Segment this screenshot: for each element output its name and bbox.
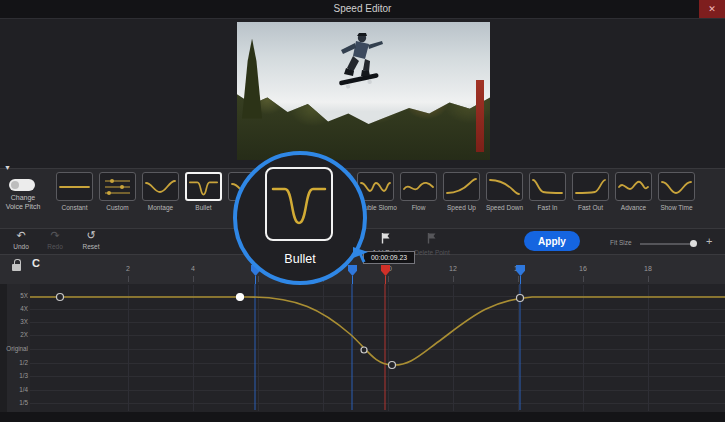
ruler-tickmark <box>648 276 649 282</box>
preset-label: Bullet <box>184 204 223 211</box>
preset-custom[interactable]: Custom <box>98 172 137 211</box>
ruler-tickmark <box>453 276 454 282</box>
ruler-tickmark <box>518 276 519 282</box>
preset-show-time[interactable]: Show Time <box>657 172 696 211</box>
ruler-tickmark <box>193 276 194 282</box>
preset-label: Flow <box>399 204 438 211</box>
preset-fast-out[interactable]: Fast Out <box>571 172 610 211</box>
speed-editor-window: Speed Editor ✕ <box>0 0 725 422</box>
video-frame <box>237 22 490 160</box>
preset-thumbnail[interactable] <box>529 172 566 201</box>
bottom-bar <box>0 412 725 422</box>
preset-thumbnail[interactable] <box>56 172 93 201</box>
preset-thumbnail[interactable] <box>443 172 480 201</box>
add-point-flag-icon <box>380 232 392 244</box>
skateboarder <box>323 30 395 96</box>
delete-point-button[interactable]: Delete Point <box>410 230 454 256</box>
curve-point[interactable] <box>57 294 64 301</box>
keyframe-pin-stem <box>520 276 521 284</box>
preset-label: Speed Down <box>485 204 524 211</box>
redo-label: Redo <box>38 243 72 250</box>
playhead-timestamp: 00:00:09.23 <box>363 251 415 264</box>
titlebar: Speed Editor ✕ <box>0 0 725 19</box>
preset-label: Fast In <box>528 204 567 211</box>
ruler-tick-4: 4 <box>183 265 203 272</box>
ruler-tickmark <box>258 276 259 282</box>
curve-point[interactable] <box>361 347 367 353</box>
close-button[interactable]: ✕ <box>699 0 725 18</box>
ruler-tick-16: 16 <box>573 265 593 272</box>
ruler-tick-18: 18 <box>638 265 658 272</box>
magnifier-pointer-icon <box>352 246 370 264</box>
preset-thumbnail[interactable] <box>185 172 222 201</box>
voice-pitch-label: Change Voice Pitch <box>0 194 46 211</box>
preset-speed-down[interactable]: Speed Down <box>485 172 524 211</box>
preset-advance[interactable]: Advance <box>614 172 653 211</box>
undo-button[interactable]: ↶ Undo <box>4 230 38 250</box>
preset-thumbnail[interactable] <box>99 172 136 201</box>
preset-label: Montage <box>141 204 180 211</box>
playhead-pin-stem <box>385 276 386 284</box>
keyframe-pin-stem <box>255 276 256 284</box>
zoom-in-plus-icon[interactable]: + <box>706 235 712 247</box>
undo-icon: ↶ <box>4 230 38 242</box>
keyframe-pin-stem <box>352 276 353 284</box>
magnifier-callout: Bullet <box>233 151 367 285</box>
curve-point[interactable] <box>517 295 524 302</box>
voice-pitch-label-line2: Voice Pitch <box>0 203 46 212</box>
voice-pitch-label-line1: Change <box>0 194 46 203</box>
ruler-tickmark <box>583 276 584 282</box>
preset-thumbnail[interactable] <box>615 172 652 201</box>
fit-size-slider-track[interactable] <box>640 243 696 245</box>
preset-flow[interactable]: Flow <box>399 172 438 211</box>
lock-icon[interactable] <box>12 264 21 271</box>
preset-label: Custom <box>98 204 137 211</box>
redo-icon: ↷ <box>38 230 72 242</box>
curve-point[interactable] <box>389 362 396 369</box>
window-title: Speed Editor <box>0 3 725 14</box>
preset-constant[interactable]: Constant <box>55 172 94 211</box>
reset-button[interactable]: ↺ Reset <box>74 230 108 250</box>
preset-thumbnail[interactable] <box>572 172 609 201</box>
ruler-tick-2: 2 <box>118 265 138 272</box>
redo-button[interactable]: ↷ Redo <box>38 230 72 250</box>
toggle-knob <box>11 181 19 189</box>
speed-curve[interactable] <box>30 297 725 365</box>
preset-label: Advance <box>614 204 653 211</box>
preset-label: Fast Out <box>571 204 610 211</box>
preset-label: Show Time <box>657 204 696 211</box>
preset-bullet[interactable]: Bullet <box>184 172 223 211</box>
delete-point-label: Delete Point <box>410 249 454 256</box>
preset-thumbnail[interactable] <box>486 172 523 201</box>
video-preview-area <box>0 19 725 168</box>
undo-label: Undo <box>4 243 38 250</box>
reset-label: Reset <box>74 243 108 250</box>
red-structure <box>476 80 484 152</box>
preset-label: Constant <box>55 204 94 211</box>
preset-thumbnail[interactable] <box>658 172 695 201</box>
preset-thumbnail[interactable] <box>400 172 437 201</box>
magnifier-label: Bullet <box>237 252 363 266</box>
bullet-curve-large <box>269 173 329 235</box>
fit-size-slider-thumb[interactable] <box>690 240 697 247</box>
preset-label: Speed Up <box>442 204 481 211</box>
preset-thumbnail[interactable] <box>142 172 179 201</box>
curve-tool-icon[interactable]: C <box>32 257 40 269</box>
ruler-tickmark <box>128 276 129 282</box>
ruler-tick-12: 12 <box>443 265 463 272</box>
preset-montage[interactable]: Montage <box>141 172 180 211</box>
delete-point-flag-icon <box>426 232 438 244</box>
magnified-bullet-thumbnail <box>265 167 333 241</box>
preset-speed-up[interactable]: Speed Up <box>442 172 481 211</box>
curve-point-selected[interactable] <box>237 294 244 301</box>
fit-size-label: Fit Size <box>610 239 632 246</box>
speed-curve-layer <box>0 284 725 412</box>
ruler-tickmark <box>388 276 389 282</box>
reset-icon: ↺ <box>74 230 108 242</box>
apply-button[interactable]: Apply <box>524 231 580 251</box>
collapse-arrow-icon[interactable]: ▼ <box>4 164 11 171</box>
voice-pitch-toggle[interactable] <box>9 179 35 191</box>
preset-fast-in[interactable]: Fast In <box>528 172 567 211</box>
